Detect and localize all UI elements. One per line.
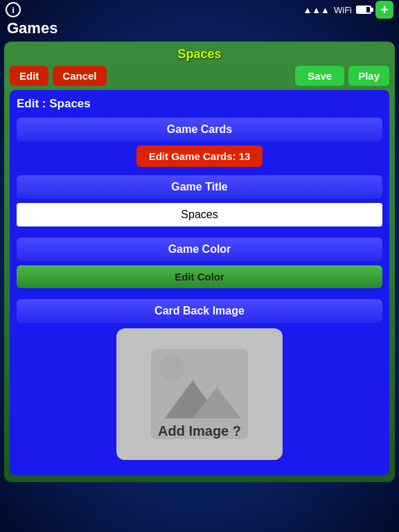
signal-icon: ▲▲▲ — [303, 5, 330, 15]
add-image-label: Add Image ? — [158, 423, 241, 439]
game-title-section: Game Title — [17, 175, 382, 229]
edit-button[interactable]: Edit — [10, 66, 48, 86]
svg-point-3 — [159, 356, 184, 381]
battery-icon — [356, 6, 371, 14]
page-title: Games — [7, 19, 392, 37]
save-button[interactable]: Save — [295, 66, 344, 86]
card-back-image-section: Card Back Image Add Image ? — [17, 299, 382, 460]
card-back-image-placeholder[interactable]: Add Image ? — [116, 328, 283, 460]
header: Games — [0, 19, 399, 42]
wifi-icon: WiFi — [334, 5, 352, 15]
status-bar: i ▲▲▲ WiFi + — [0, 0, 399, 19]
edit-panel-title: Edit : Spaces — [17, 97, 382, 111]
game-title-header: Game Title — [17, 175, 382, 199]
card-back-image-header: Card Back Image — [17, 299, 382, 323]
cancel-button[interactable]: Cancel — [53, 66, 106, 86]
spaces-title: Spaces — [10, 47, 389, 62]
edit-color-button[interactable]: Edit Color — [17, 265, 382, 288]
edit-game-cards-button[interactable]: Edit Game Cards: 13 — [136, 145, 263, 167]
status-left: i — [6, 2, 21, 17]
info-icon[interactable]: i — [6, 2, 21, 17]
game-area: Spaces Edit Cancel Save Play Edit : Spac… — [4, 42, 395, 482]
status-right: ▲▲▲ WiFi + — [303, 1, 393, 19]
game-color-section: Game Color Edit Color — [17, 238, 382, 291]
top-bar: Edit Cancel Save Play — [10, 66, 389, 86]
play-button[interactable]: Play — [348, 66, 389, 86]
edit-panel: Edit : Spaces Game Cards Edit Game Cards… — [10, 90, 389, 475]
game-cards-section: Game Cards Edit Game Cards: 13 — [17, 118, 382, 167]
game-cards-header: Game Cards — [17, 118, 382, 141]
game-title-input[interactable] — [17, 203, 382, 227]
add-top-button[interactable]: + — [375, 1, 393, 19]
game-color-header: Game Color — [17, 238, 382, 261]
